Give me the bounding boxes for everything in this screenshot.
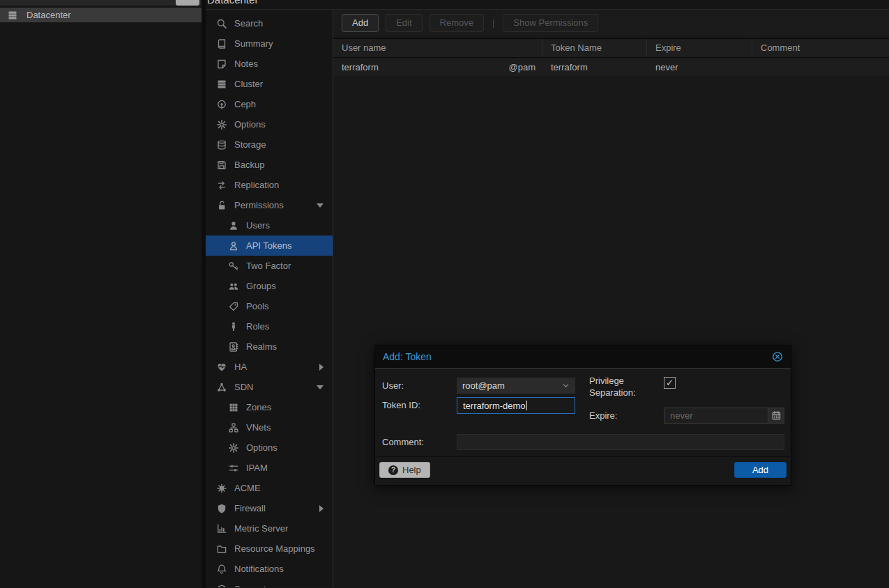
server-icon [7,10,18,21]
sidebar-item-label: Replication [234,180,279,190]
network-icon [228,422,239,433]
sidebar-item-users[interactable]: Users [206,215,333,235]
sidebar-item-label: VNets [246,422,271,433]
sidebar-item-support[interactable]: Support [206,579,333,587]
column-header-user-name[interactable]: User name [333,39,542,57]
sidebar-item-search[interactable]: Search [206,13,333,33]
help-button[interactable]: ? Help [379,462,430,478]
sidebar-item-ceph[interactable]: Ceph [206,94,333,114]
sidebar-item-label: Pools [246,301,269,311]
dialog-form: User: root@pam Token ID: terraform-demo … [375,369,791,456]
comment-input[interactable] [457,434,784,450]
sidebar-item-ha[interactable]: HA [206,357,333,377]
config-sidebar: SearchSummaryNotesClusterCephOptionsStor… [206,10,333,587]
sidebar-item-roles[interactable]: Roles [206,316,333,336]
retweet-icon [216,180,227,191]
sidebar-item-label: Ceph [234,99,256,109]
calendar-icon [771,410,782,421]
main-panel: Datacenter SearchSummaryNotesClusterCeph… [206,0,889,588]
tokens-table: User nameToken NameExpireComment terrafo… [333,38,889,77]
sidebar-item-label: Backup [234,160,264,170]
column-header-token-name[interactable]: Token Name [542,39,647,57]
sidebar-item-notifications[interactable]: Notifications [206,559,333,579]
sidebar-item-sdn[interactable]: SDN [206,377,333,397]
token-id-label: Token ID: [382,397,420,414]
caret-right-icon[interactable] [319,364,324,371]
date-picker-trigger[interactable] [768,408,784,423]
privilege-separation-checkbox[interactable]: ✓ [664,377,676,389]
server-icon [216,79,227,90]
panel-title: Datacenter [206,0,889,6]
sidebar-item-two-factor[interactable]: Two Factor [206,256,333,276]
sidebar-item-storage[interactable]: Storage [206,134,333,155]
dialog-add-button[interactable]: Add [734,462,787,478]
toolbar: Add Edit Remove | Show Permissions [333,10,889,36]
resource-tree-panel: Datacenter [0,0,202,588]
heartbeat-icon [216,362,227,373]
close-icon[interactable] [772,350,783,363]
sidebar-item-groups[interactable]: Groups [206,276,333,296]
sidebar-item-label: Two Factor [246,261,291,271]
sidebar-item-options[interactable]: Options [206,114,333,134]
sidebar-item-label: Groups [246,281,276,291]
add-button[interactable]: Add [342,14,379,32]
sidebar-item-zones[interactable]: Zones [206,397,333,417]
dialog-title: Add: Token [383,351,432,362]
unlock-icon [216,200,227,211]
grid-icon [228,402,239,413]
note-icon [216,59,227,70]
sidebar-item-vnets[interactable]: VNets [206,417,333,438]
tree-node-datacenter[interactable]: Datacenter [0,8,202,22]
search-icon [216,18,227,29]
life-ring-icon [216,584,227,588]
caret-right-icon[interactable] [319,505,324,512]
user-select[interactable]: root@pam [457,378,575,394]
edit-button[interactable]: Edit [386,14,422,32]
sidebar-item-resource-mappings[interactable]: Resource Mappings [206,539,333,559]
dialog-header[interactable]: Add: Token [375,346,791,369]
table-row[interactable]: terraform@pamterraformnever [333,58,889,77]
sidebar-item-label: Cluster [234,79,263,89]
sidebar-item-backup[interactable]: Backup [206,155,333,175]
sidebar-item-label: SDN [234,382,253,392]
sidebar-item-cluster[interactable]: Cluster [206,74,333,94]
question-icon: ? [388,465,398,475]
sidebar-item-options[interactable]: Options [206,438,333,458]
sidebar-item-label: Notifications [234,564,284,574]
show-permissions-button[interactable]: Show Permissions [503,14,598,32]
sidebar-item-replication[interactable]: Replication [206,175,333,195]
sidebar-item-label: ACME [234,483,261,493]
tree-node-label: Datacenter [26,10,71,20]
sidebar-item-label: API Tokens [246,240,292,251]
sidebar-item-label: Options [234,119,266,130]
sidebar-item-api-tokens[interactable]: API Tokens [206,235,333,256]
remove-button[interactable]: Remove [430,14,484,32]
column-header-expire[interactable]: Expire [647,39,752,57]
sidebar-item-summary[interactable]: Summary [206,33,333,54]
token-id-input[interactable]: terraform-demo [457,397,575,414]
table-header: User nameToken NameExpireComment [333,38,889,58]
caret-down-icon[interactable] [317,203,324,208]
tree-expander-icon[interactable] [0,11,4,20]
realm-value: @pam [509,58,536,77]
caret-down-icon[interactable] [317,385,324,389]
sidebar-item-firewall[interactable]: Firewall [206,498,333,518]
expire-input[interactable]: never [664,408,784,424]
sidebar-item-acme[interactable]: ACME [206,478,333,498]
tree-toolbar-button-partial[interactable] [176,0,199,6]
help-button-label: Help [402,465,421,475]
column-header-comment[interactable]: Comment [752,39,889,57]
sidebar-item-pools[interactable]: Pools [206,296,333,316]
sidebar-item-realms[interactable]: Realms [206,336,333,357]
user-icon [228,220,239,231]
dialog-footer: ? Help Add [375,456,791,486]
sidebar-item-metric-server[interactable]: Metric Server [206,518,333,539]
sidebar-item-notes[interactable]: Notes [206,54,333,74]
floppy-icon [216,160,227,171]
key-icon [228,261,239,272]
sidebar-item-permissions[interactable]: Permissions [206,195,333,215]
shield-icon [216,503,227,514]
sidebar-item-ipam[interactable]: IPAM [206,458,333,478]
sidebar-item-label: Options [246,442,278,453]
user-select-value: root@pam [462,380,505,391]
